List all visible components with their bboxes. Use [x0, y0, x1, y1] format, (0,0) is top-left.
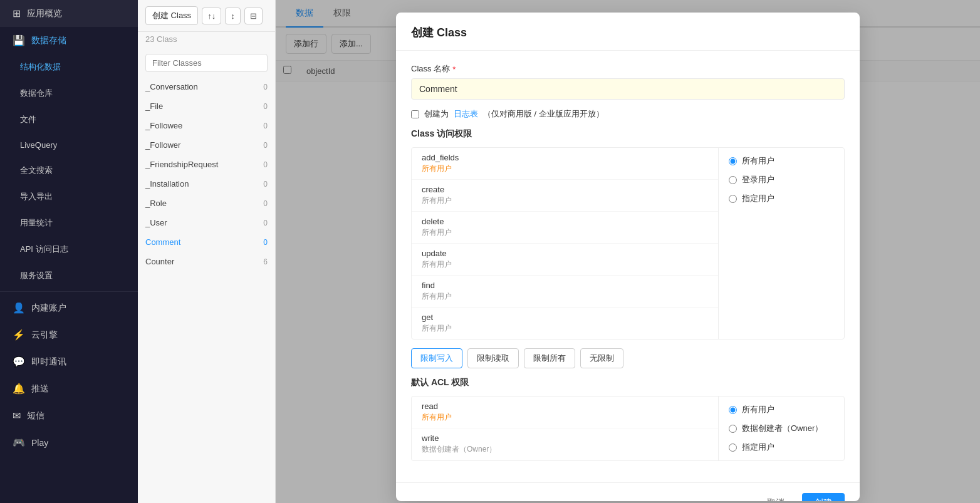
modal-overlay: 创建 Class Class 名称 * 创建为 日志表 （仅对商用版 / 企业版…	[276, 0, 980, 503]
sidebar-item-structured-data[interactable]: 结构化数据	[0, 54, 138, 80]
filter-button[interactable]: ⊟	[244, 8, 263, 24]
access-specific-users[interactable]: 指定用户	[729, 193, 834, 204]
storage-icon: 💾	[13, 34, 25, 46]
acl-permission-grid: read 所有用户 write 数据创建者（Owner） 所有用户	[411, 396, 845, 461]
sidebar-item-app-overview[interactable]: ⊞ 应用概览	[0, 0, 138, 27]
class-item-comment[interactable]: Comment 0	[138, 232, 275, 252]
sms-icon: ✉	[13, 410, 21, 422]
class-item-role[interactable]: _Role 0	[138, 194, 275, 213]
cancel-button[interactable]: 取消	[756, 493, 796, 501]
create-class-button[interactable]: 创建 Class	[145, 6, 198, 25]
play-icon: 🎮	[13, 437, 25, 449]
class-item-friendshiprequest[interactable]: _FriendshipRequest 0	[138, 155, 275, 174]
create-button[interactable]: 创建	[802, 493, 845, 501]
sidebar-item-service-settings[interactable]: 服务设置	[0, 262, 138, 289]
permission-left: add_fields 所有用户 create 所有用户 delete 所有用户	[412, 148, 719, 339]
acl-buttons: 限制写入 限制读取 限制所有 无限制	[411, 348, 845, 368]
acl-specific-users[interactable]: 指定用户	[729, 442, 834, 453]
class-panel: 创建 Class ↑↓ ↕ ⊟ 23 Class _Conversation 0…	[138, 0, 276, 503]
home-icon: ⊞	[13, 8, 21, 19]
class-filter-input[interactable]	[145, 54, 268, 72]
sidebar-item-internal-accounts[interactable]: 👤 内建账户	[0, 294, 138, 321]
class-item-conversation[interactable]: _Conversation 0	[138, 77, 275, 96]
class-list: _Conversation 0 _File 0 _Followee 0 _Fol…	[138, 77, 275, 503]
acl-permission-left: read 所有用户 write 数据创建者（Owner）	[412, 397, 719, 460]
sidebar-item-data-storage[interactable]: 💾 数据存储	[0, 27, 138, 54]
perm-update: update 所有用户	[412, 244, 718, 276]
sort-desc-button[interactable]: ↕	[225, 8, 241, 24]
acl-btn-restrict-all[interactable]: 限制所有	[524, 348, 575, 368]
create-class-modal: 创建 Class Class 名称 * 创建为 日志表 （仅对商用版 / 企业版…	[396, 13, 860, 501]
sidebar-item-livequery[interactable]: LiveQuery	[0, 133, 138, 157]
perm-get: get 所有用户	[412, 308, 718, 339]
class-item-follower[interactable]: _Follower 0	[138, 135, 275, 155]
sidebar-item-realtime[interactable]: 💬 即时通讯	[0, 348, 138, 375]
modal-footer: 取消 创建	[396, 482, 860, 501]
permission-right: 所有用户 登录用户 指定用户	[719, 148, 844, 339]
acl-perm-read: read 所有用户	[412, 397, 718, 428]
class-item-counter[interactable]: Counter 6	[138, 252, 275, 271]
acl-data-owner[interactable]: 数据创建者（Owner）	[729, 423, 834, 434]
log-table-row: 创建为 日志表 （仅对商用版 / 企业版应用开放）	[411, 108, 845, 120]
log-table-link[interactable]: 日志表	[454, 108, 478, 120]
class-item-user[interactable]: _User 0	[138, 213, 275, 232]
sidebar-item-usage-stats[interactable]: 用量统计	[0, 210, 138, 236]
sidebar-item-api-log[interactable]: API 访问日志	[0, 236, 138, 262]
sidebar-item-import-export[interactable]: 导入导出	[0, 184, 138, 210]
chat-icon: 💬	[13, 356, 25, 368]
class-name-label: Class 名称 *	[411, 63, 845, 75]
access-section-title: Class 访问权限	[411, 128, 845, 140]
acl-btn-restrict-write[interactable]: 限制写入	[411, 348, 462, 368]
class-panel-header: 创建 Class ↑↓ ↕ ⊟	[138, 0, 275, 32]
sidebar-item-fulltext-search[interactable]: 全文搜索	[0, 157, 138, 184]
sidebar: ⊞ 应用概览 💾 数据存储 结构化数据 数据仓库 文件 LiveQuery 全文…	[0, 0, 138, 503]
sidebar-item-cloud-engine[interactable]: ⚡ 云引擎	[0, 321, 138, 348]
acl-btn-unlimited[interactable]: 无限制	[580, 348, 623, 368]
class-count: 23 Class	[138, 32, 275, 49]
perm-delete: delete 所有用户	[412, 212, 718, 244]
modal-title: 创建 Class	[396, 13, 860, 51]
sidebar-item-play[interactable]: 🎮 Play	[0, 429, 138, 456]
cloud-icon: ⚡	[13, 329, 25, 341]
acl-btn-restrict-read[interactable]: 限制读取	[467, 348, 519, 368]
acl-all-users[interactable]: 所有用户	[729, 404, 834, 415]
required-indicator: *	[452, 65, 456, 74]
acl-perm-write: write 数据创建者（Owner）	[412, 428, 718, 460]
perm-find: find 所有用户	[412, 276, 718, 308]
perm-add-fields: add_fields 所有用户	[412, 148, 718, 180]
user-icon: 👤	[13, 302, 25, 314]
acl-section-title: 默认 ACL 权限	[411, 377, 845, 388]
main-content: 数据 权限 添加行 添加... objectId ▼ insertedAt DA…	[276, 0, 980, 503]
class-item-followee[interactable]: _Followee 0	[138, 116, 275, 135]
sidebar-item-files[interactable]: 文件	[0, 106, 138, 133]
class-item-installation[interactable]: _Installation 0	[138, 174, 275, 194]
class-name-input[interactable]	[411, 78, 845, 100]
class-item-file[interactable]: _File 0	[138, 96, 275, 116]
bell-icon: 🔔	[13, 383, 25, 395]
sidebar-item-sms[interactable]: ✉ 短信	[0, 402, 138, 429]
access-logged-users[interactable]: 登录用户	[729, 174, 834, 185]
acl-permission-right: 所有用户 数据创建者（Owner） 指定用户	[719, 397, 844, 460]
sort-asc-button[interactable]: ↑↓	[202, 8, 221, 24]
perm-create: create 所有用户	[412, 180, 718, 212]
sidebar-item-data-warehouse[interactable]: 数据仓库	[0, 80, 138, 106]
access-all-users[interactable]: 所有用户	[729, 155, 834, 167]
sidebar-item-push[interactable]: 🔔 推送	[0, 375, 138, 402]
permission-grid: add_fields 所有用户 create 所有用户 delete 所有用户	[411, 147, 845, 340]
log-table-checkbox[interactable]	[411, 110, 419, 118]
